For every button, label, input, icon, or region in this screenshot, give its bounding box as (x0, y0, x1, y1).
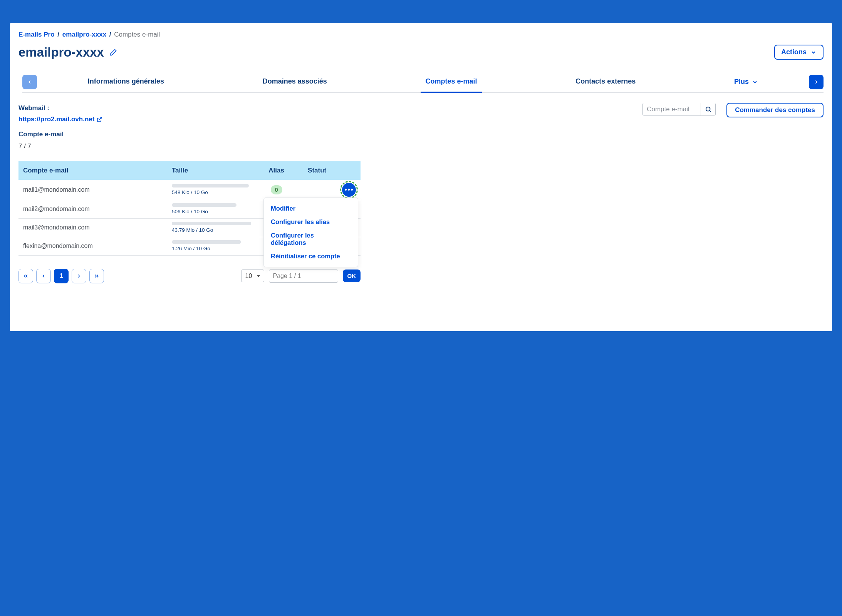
size-bar (172, 222, 251, 225)
cell-email: mail3@mondomain.com (18, 218, 167, 237)
breadcrumb-sep: / (108, 31, 112, 38)
tabs-scroll-right[interactable] (809, 75, 824, 89)
col-size: Taille (167, 161, 256, 180)
external-link-icon (97, 117, 102, 122)
cell-size: 506 Kio / 10 Go (172, 209, 208, 214)
page-number-button[interactable]: 1 (54, 269, 69, 283)
pagination: 1 10 OK (18, 269, 361, 283)
col-alias: Alias (256, 161, 297, 180)
breadcrumb-current: Comptes e-mail (114, 31, 160, 38)
cell-email: mail2@mondomain.com (18, 200, 167, 218)
tab-email-accounts[interactable]: Comptes e-mail (421, 74, 481, 93)
title-row: emailpro-xxxx Actions (18, 45, 824, 60)
row-actions-button[interactable] (342, 183, 356, 197)
order-accounts-button[interactable]: Commander des comptes (726, 103, 824, 117)
cell-email: mail1@mondomain.com (18, 180, 167, 200)
tab-domains[interactable]: Domaines associés (258, 74, 332, 92)
size-bar (172, 184, 249, 187)
webmail-label: Webmail : (18, 103, 102, 114)
tabs-row: Informations générales Domaines associés… (22, 74, 824, 93)
actions-button[interactable]: Actions (774, 45, 824, 60)
chevron-right-icon (813, 79, 819, 85)
tabs-scroll-left[interactable] (22, 75, 37, 89)
tab-external-contacts[interactable]: Contacts externes (571, 74, 640, 92)
chevron-left-icon (27, 79, 32, 85)
size-bar (172, 203, 236, 207)
col-email: Compte e-mail (18, 161, 167, 180)
page-prev-button[interactable] (36, 269, 51, 283)
col-status: Statut (297, 161, 337, 180)
account-count-value: 7 / 7 (18, 141, 102, 152)
chevron-down-icon (752, 79, 758, 85)
search-icon (705, 106, 712, 113)
size-bar (172, 240, 241, 244)
page-next-button[interactable] (72, 269, 86, 283)
page-ok-button[interactable]: OK (343, 270, 361, 282)
chevron-double-left-icon (23, 273, 29, 279)
row-actions-menu: Modifier Configurer les alias Configurer… (263, 198, 358, 267)
chevron-down-icon (810, 49, 817, 55)
page-first-button[interactable] (18, 269, 33, 283)
webmail-link[interactable]: https://pro2.mail.ovh.net (18, 114, 102, 125)
cell-size: 548 Kio / 10 Go (172, 189, 208, 195)
cell-size: 1.26 Mio / 10 Go (172, 246, 210, 251)
menu-configure-delegations[interactable]: Configurer les délégations (264, 229, 358, 249)
summary-row: Webmail : https://pro2.mail.ovh.net Comp… (18, 103, 824, 152)
account-count-label: Compte e-mail (18, 129, 102, 140)
chevron-double-right-icon (94, 273, 100, 279)
chevron-left-icon (41, 273, 46, 279)
tab-more[interactable]: Plus (730, 74, 763, 92)
page-last-button[interactable] (89, 269, 104, 283)
tab-general-info[interactable]: Informations générales (83, 74, 169, 92)
alias-badge: 0 (271, 185, 282, 194)
webmail-url: https://pro2.mail.ovh.net (18, 114, 94, 125)
search-input[interactable] (643, 103, 701, 116)
page-title: emailpro-xxxx (18, 45, 104, 60)
cell-size: 43.79 Mio / 10 Go (172, 227, 213, 233)
actions-label: Actions (781, 48, 807, 56)
menu-configure-aliases[interactable]: Configurer les alias (264, 215, 358, 229)
accounts-table-wrap: Compte e-mail Taille Alias Statut mail1@… (18, 161, 361, 256)
search-button[interactable] (701, 103, 715, 116)
page-size-select[interactable]: 10 (241, 270, 264, 282)
chevron-right-icon (76, 273, 82, 279)
cell-email: flexina@mondomain.com (18, 237, 167, 255)
menu-modify[interactable]: Modifier (264, 202, 358, 215)
breadcrumb: E-mails Pro / emailpro-xxxx / Comptes e-… (18, 31, 824, 38)
table-row: mail1@mondomain.com 548 Kio / 10 Go 0 (18, 180, 361, 200)
breadcrumb-service[interactable]: emailpro-xxxx (62, 31, 106, 38)
search-group (642, 103, 716, 116)
main-panel: E-mails Pro / emailpro-xxxx / Comptes e-… (10, 23, 832, 331)
tab-more-label: Plus (734, 78, 749, 86)
page-input[interactable] (269, 270, 338, 283)
breadcrumb-sep: / (56, 31, 60, 38)
breadcrumb-root[interactable]: E-mails Pro (18, 31, 55, 38)
menu-reset-account[interactable]: Réinitialiser ce compte (264, 249, 358, 263)
svg-point-1 (706, 107, 710, 111)
more-icon (345, 189, 353, 191)
svg-line-2 (709, 110, 711, 112)
svg-line-0 (99, 117, 102, 120)
edit-icon[interactable] (109, 49, 117, 56)
